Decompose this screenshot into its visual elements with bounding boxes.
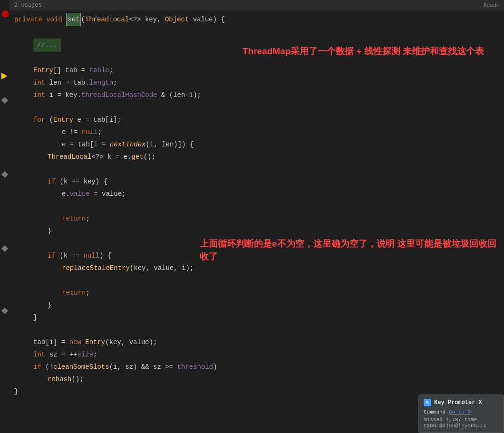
code-line-e-next: e = tab[i = nextIndex(i, len)]) { <box>14 138 499 151</box>
code-line-blank-1 <box>14 26 499 38</box>
diamond-marker-4 <box>1 308 8 314</box>
code-line-entry-tab: Entry[] tab = table; <box>14 64 499 77</box>
code-line-blank-2 <box>14 52 499 64</box>
code-line-if-key: if (k == key) { <box>14 175 499 188</box>
code-line-int-i: int i = key.threadLocalHashCode & (len-1… <box>14 89 499 101</box>
code-line-e-null: e != null; <box>14 126 499 138</box>
code-line-if-clean: if (!cleanSomeSlots(i, sz) && sz >= thre… <box>14 361 499 373</box>
popup-csdn: CSDN:@njnu@liyong.ic <box>424 423 499 429</box>
diamond-marker-3 <box>1 245 8 252</box>
popup-stats: missed 4,787 time <box>424 417 499 423</box>
code-line-blank-4 <box>14 163 499 175</box>
usages-bar: 2 usages <box>10 0 504 10</box>
code-content: private void set(ThreadLocal<?> key, Obj… <box>10 10 504 400</box>
code-line-if-null: if (k == null) { <box>14 250 499 262</box>
code-line-return-1: return; <box>14 212 499 225</box>
code-line-evalue: e.value = value; <box>14 188 499 200</box>
popup-title: K Key Promoter X <box>424 399 499 406</box>
code-line-blank-3 <box>14 101 499 114</box>
editor-container: Read- 2 usages private void set(ThreadLo… <box>0 0 504 433</box>
code-line-blank-5 <box>14 200 499 212</box>
code-line-int-len: int len = tab.length; <box>14 77 499 89</box>
code-line-tab-i: tab[i] = new Entry(key, value); <box>14 336 499 348</box>
code-area: Read- 2 usages private void set(ThreadLo… <box>10 0 504 433</box>
breakpoint-marker <box>2 10 9 17</box>
code-line-close-brace-1: } <box>14 225 499 237</box>
code-line-blank-7 <box>14 274 499 287</box>
popup-icon: K <box>424 399 431 406</box>
code-line-comment: //... <box>14 38 499 52</box>
popup-command-link[interactable]: Go to D <box>449 409 471 415</box>
set-highlight: set <box>66 13 81 26</box>
code-line-close-brace-2: } <box>14 299 499 311</box>
code-line-return-2: return; <box>14 287 499 299</box>
left-gutter <box>0 0 10 433</box>
code-line-blank-6 <box>14 237 499 250</box>
usages-count: 2 usages <box>14 2 42 9</box>
code-line-replace: replaceStaleEntry(key, value, i); <box>14 262 499 274</box>
code-line-threadlocal-k: ThreadLocal<?> k = e.get(); <box>14 151 499 163</box>
code-line-blank-8 <box>14 324 499 336</box>
code-line-for: for (Entry e = tab[i]; <box>14 114 499 126</box>
arrow-marker <box>1 73 7 79</box>
code-line-int-sz: int sz = ++size; <box>14 348 499 361</box>
code-line-rehash: rehash(); <box>14 373 499 385</box>
diamond-marker-1 <box>1 97 8 104</box>
read-only-label: Read- <box>484 2 499 8</box>
code-line-close-for: } <box>14 311 499 324</box>
code-line-1: private void set(ThreadLocal<?> key, Obj… <box>14 13 499 26</box>
diamond-marker-2 <box>1 171 8 178</box>
popup-command: Command Go to D <box>424 408 499 416</box>
key-promoter-x-popup: K Key Promoter X Command Go to D missed … <box>418 395 504 433</box>
